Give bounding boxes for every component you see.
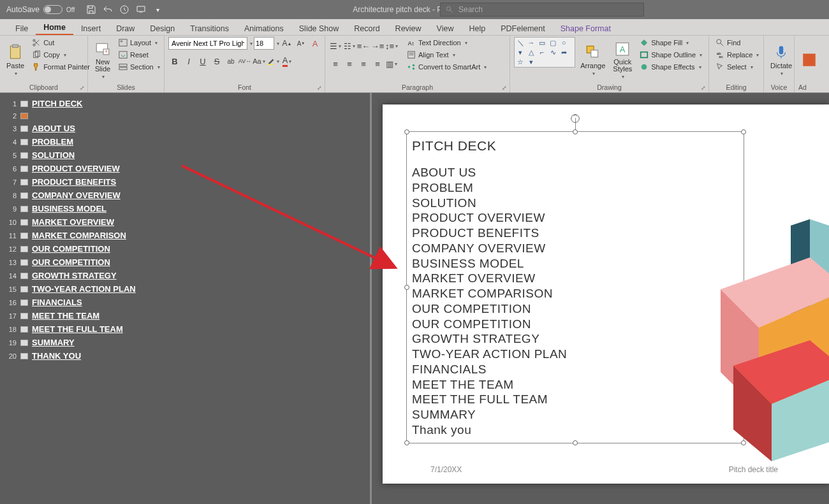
align-left-button[interactable]: ≡ [329,57,342,70]
outline-item[interactable]: 9BUSINESS MODEL [4,202,366,215]
outline-item[interactable]: 4PROBLEM [4,135,366,148]
columns-button[interactable]: ▥▾ [385,57,398,70]
outline-pane[interactable]: 1PITCH DECK23ABOUT US4PROBLEM5SOLUTION6P… [0,93,370,504]
tab-file[interactable]: File [8,22,36,35]
outline-item[interactable]: 13OUR COMPETITION [4,256,366,269]
underline-button[interactable]: U [196,55,209,68]
tab-review[interactable]: Review [388,22,429,35]
font-size-dropdown[interactable]: ▾ [277,41,279,47]
find-button[interactable]: Find [713,37,761,48]
strikethrough-button[interactable]: S [210,55,223,68]
outline-item[interactable]: 20THANK YOU [4,349,366,363]
convert-smartart-button[interactable]: Convert to SmartArt▾ [404,61,489,73]
outline-item[interactable]: 18MEET THE FULL TEAM [4,322,366,336]
tab-transitions[interactable]: Transitions [182,22,237,35]
numbering-button[interactable]: ☷▾ [343,40,356,52]
outline-item[interactable]: 1PITCH DECK [4,97,366,110]
justify-button[interactable]: ≡ [371,57,384,70]
format-painter-button[interactable]: Format Painter [29,61,92,73]
italic-button[interactable]: I [182,55,195,68]
shape-roundrect-icon[interactable]: ▢ [548,38,558,47]
save-icon[interactable] [86,4,96,15]
autosave-toggle[interactable]: AutoSave Off [0,5,81,14]
outline-item[interactable]: 15TWO-YEAR ACTION PLAN [4,282,366,296]
drawing-launcher[interactable]: ⤢ [701,85,707,91]
dictate-button[interactable]: Dictate▾ [768,37,795,83]
quick-styles-button[interactable]: AQuick Styles▾ [610,37,635,83]
shape-gallery[interactable]: ＼→▭▢○▾ △⌐∿➦☆▾ [514,37,575,68]
highlight-button[interactable]: ▾ [267,55,279,68]
outline-item[interactable]: 16FINANCIALS [4,296,366,309]
redo-icon[interactable] [119,4,129,15]
outline-item[interactable]: 19SUMMARY [4,336,366,349]
shape-rect-icon[interactable]: ▭ [537,38,547,47]
spacing-button[interactable]: AV↔ [238,55,251,68]
increase-indent-button[interactable]: →≡ [371,40,384,52]
outline-item[interactable]: 10MARKET OVERVIEW [4,215,366,229]
select-button[interactable]: Select▾ [713,61,761,73]
change-case-button[interactable]: Aa▾ [253,55,265,68]
font-launcher[interactable]: ⤢ [317,85,323,91]
align-right-button[interactable]: ≡ [357,57,370,70]
tab-draw[interactable]: Draw [108,22,142,35]
shape-triangle-icon[interactable]: △ [526,48,536,57]
tab-pdfelement[interactable]: PDFelement [493,22,552,35]
font-name-dropdown[interactable]: ▾ [250,41,253,47]
clear-formatting-icon[interactable]: A [309,37,321,50]
outline-item[interactable]: 12OUR COMPETITION [4,242,366,256]
tab-record[interactable]: Record [346,22,387,35]
undo-icon[interactable] [103,4,113,15]
bullets-button[interactable]: ☰▾ [329,40,342,52]
search-input[interactable]: Search [440,3,644,17]
shape-line-icon[interactable]: ＼ [515,38,525,47]
section-button[interactable]: Section▾ [116,61,163,73]
align-center-button[interactable]: ≡ [343,57,356,70]
tab-shape-format[interactable]: Shape Format [553,22,619,35]
customize-qat-icon[interactable]: ▾ [152,4,163,15]
font-size-input[interactable] [254,37,274,50]
text-direction-button[interactable]: A↕Text Direction▾ [404,37,489,48]
shape-more-icon[interactable]: ▾ [515,48,525,57]
shape-arrow-icon[interactable]: → [526,38,536,47]
bold-button[interactable]: B [168,55,181,68]
clipboard-launcher[interactable]: ⤢ [80,85,86,91]
present-icon[interactable] [136,4,146,15]
tab-slideshow[interactable]: Slide Show [291,22,347,35]
align-text-button[interactable]: Align Text▾ [404,49,489,61]
decrease-indent-button[interactable]: ≡← [357,40,370,52]
shape-connector-icon[interactable]: ⌐ [537,48,547,57]
replace-button[interactable]: abacReplace▾ [713,49,761,61]
shape-arrow2-icon[interactable]: ➦ [559,48,569,57]
font-name-input[interactable] [168,37,247,50]
pane-divider[interactable] [370,93,372,504]
paste-button[interactable]: Paste ▾ [4,37,27,83]
shape-oval-icon[interactable]: ○ [559,38,569,47]
shadow-button[interactable]: ab [224,55,237,68]
layout-button[interactable]: Layout▾ [116,37,163,48]
shape-effects-button[interactable]: Shape Effects▾ [637,61,705,73]
line-spacing-button[interactable]: ↕≡▾ [385,40,398,52]
outline-item[interactable]: 14GROWTH STRATEGY [4,269,366,282]
tab-help[interactable]: Help [461,22,493,35]
new-slide-button[interactable]: + New Slide▾ [92,37,114,83]
outline-item[interactable]: 5SOLUTION [4,148,366,162]
tab-design[interactable]: Design [142,22,182,35]
outline-item[interactable]: 3ABOUT US [4,122,366,135]
shape-fill-button[interactable]: Shape Fill▾ [637,37,705,48]
reset-button[interactable]: Reset [116,49,163,61]
slide-canvas[interactable]: PITCH DECKABOUT USPROBLEMSOLUTIONPRODUCT… [383,104,829,484]
outline-item[interactable]: 2 [4,110,366,122]
font-color-button[interactable]: A▾ [281,55,293,68]
paragraph-launcher[interactable]: ⤢ [502,85,508,91]
shape-expand-icon[interactable]: ▾ [526,57,536,66]
shape-star-icon[interactable]: ☆ [515,57,525,66]
outline-item[interactable]: 7PRODUCT BENEFITS [4,175,366,189]
decrease-font-icon[interactable]: A▼ [295,37,307,50]
increase-font-icon[interactable]: A▲ [281,37,293,50]
outline-item[interactable]: 6PRODUCT OVERVIEW [4,162,366,175]
outline-item[interactable]: 8COMPANY OVERVIEW [4,189,366,202]
tab-animations[interactable]: Animations [237,22,291,35]
copy-button[interactable]: Copy▾ [29,49,92,61]
outline-item[interactable]: 17MEET THE TEAM [4,309,366,322]
shape-outline-button[interactable]: Shape Outline▾ [637,49,705,61]
